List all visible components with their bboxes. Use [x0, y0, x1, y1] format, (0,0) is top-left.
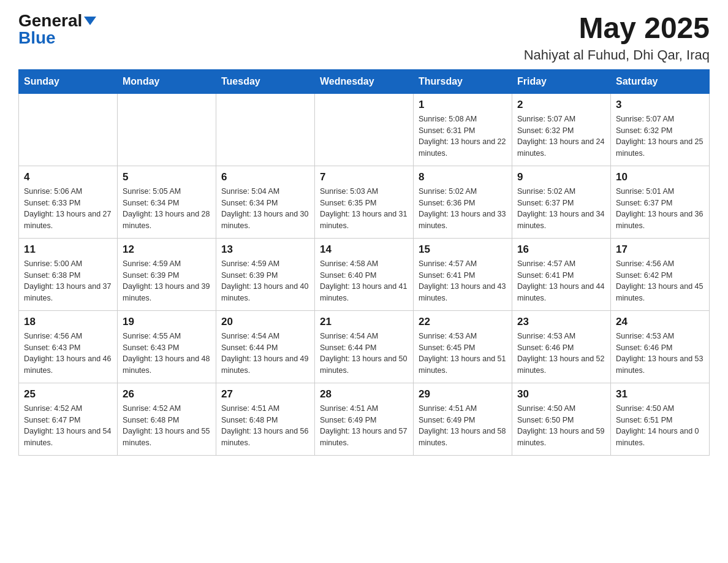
calendar-cell: 1Sunrise: 5:08 AMSunset: 6:31 PMDaylight…: [414, 93, 512, 166]
day-number: 12: [123, 243, 211, 256]
page-header: General Blue May 2025 Nahiyat al Fuhud, …: [18, 12, 710, 63]
calendar-cell: 13Sunrise: 4:59 AMSunset: 6:39 PMDayligh…: [216, 238, 315, 310]
day-info: Sunrise: 5:08 AMSunset: 6:31 PMDaylight:…: [419, 113, 507, 159]
day-info: Sunrise: 4:53 AMSunset: 6:45 PMDaylight:…: [419, 331, 507, 377]
location-title: Nahiyat al Fuhud, Dhi Qar, Iraq: [524, 47, 710, 63]
calendar-cell: 22Sunrise: 4:53 AMSunset: 6:45 PMDayligh…: [414, 310, 512, 383]
day-info: Sunrise: 4:54 AMSunset: 6:44 PMDaylight:…: [221, 331, 309, 377]
weekday-header-monday: Monday: [118, 69, 216, 93]
day-info: Sunrise: 5:01 AMSunset: 6:37 PMDaylight:…: [616, 186, 704, 232]
day-info: Sunrise: 5:02 AMSunset: 6:36 PMDaylight:…: [419, 186, 507, 232]
day-number: 14: [320, 243, 408, 256]
calendar-cell: 6Sunrise: 5:04 AMSunset: 6:34 PMDaylight…: [216, 166, 315, 238]
day-number: 10: [616, 171, 704, 183]
calendar-cell: 16Sunrise: 4:57 AMSunset: 6:41 PMDayligh…: [512, 238, 611, 310]
day-number: 1: [419, 99, 507, 111]
calendar-cell: 31Sunrise: 4:50 AMSunset: 6:51 PMDayligh…: [611, 383, 710, 455]
weekday-header-sunday: Sunday: [19, 69, 118, 93]
day-number: 20: [221, 316, 309, 328]
calendar-week-4: 18Sunrise: 4:56 AMSunset: 6:43 PMDayligh…: [19, 310, 710, 383]
calendar-cell: 3Sunrise: 5:07 AMSunset: 6:32 PMDaylight…: [611, 93, 710, 166]
day-info: Sunrise: 5:07 AMSunset: 6:32 PMDaylight:…: [616, 113, 704, 159]
logo-general-text: General: [18, 12, 82, 29]
calendar-cell: 26Sunrise: 4:52 AMSunset: 6:48 PMDayligh…: [118, 383, 216, 455]
day-info: Sunrise: 4:50 AMSunset: 6:50 PMDaylight:…: [517, 403, 605, 449]
calendar-header: SundayMondayTuesdayWednesdayThursdayFrid…: [19, 69, 710, 93]
logo: General Blue: [18, 12, 96, 47]
day-info: Sunrise: 4:55 AMSunset: 6:43 PMDaylight:…: [123, 331, 211, 377]
day-info: Sunrise: 5:06 AMSunset: 6:33 PMDaylight:…: [24, 186, 112, 232]
calendar-cell: 4Sunrise: 5:06 AMSunset: 6:33 PMDaylight…: [19, 166, 118, 238]
day-info: Sunrise: 4:57 AMSunset: 6:41 PMDaylight:…: [419, 258, 507, 304]
calendar-cell: 27Sunrise: 4:51 AMSunset: 6:48 PMDayligh…: [216, 383, 315, 455]
calendar-week-2: 4Sunrise: 5:06 AMSunset: 6:33 PMDaylight…: [19, 166, 710, 238]
title-section: May 2025 Nahiyat al Fuhud, Dhi Qar, Iraq: [524, 12, 710, 63]
calendar-cell: 23Sunrise: 4:53 AMSunset: 6:46 PMDayligh…: [512, 310, 611, 383]
day-info: Sunrise: 4:53 AMSunset: 6:46 PMDaylight:…: [517, 331, 605, 377]
calendar-cell: 30Sunrise: 4:50 AMSunset: 6:50 PMDayligh…: [512, 383, 611, 455]
weekday-header-saturday: Saturday: [611, 69, 710, 93]
calendar-cell: [315, 93, 414, 166]
day-info: Sunrise: 4:56 AMSunset: 6:42 PMDaylight:…: [616, 258, 704, 304]
calendar-cell: 8Sunrise: 5:02 AMSunset: 6:36 PMDaylight…: [414, 166, 512, 238]
weekday-header-wednesday: Wednesday: [315, 69, 414, 93]
logo-triangle-icon: [84, 17, 96, 25]
day-info: Sunrise: 5:00 AMSunset: 6:38 PMDaylight:…: [24, 258, 112, 304]
day-number: 31: [616, 388, 704, 400]
calendar-cell: [216, 93, 315, 166]
calendar-week-5: 25Sunrise: 4:52 AMSunset: 6:47 PMDayligh…: [19, 383, 710, 455]
day-number: 23: [517, 316, 605, 328]
calendar-cell: 21Sunrise: 4:54 AMSunset: 6:44 PMDayligh…: [315, 310, 414, 383]
day-number: 25: [24, 388, 112, 400]
day-info: Sunrise: 4:57 AMSunset: 6:41 PMDaylight:…: [517, 258, 605, 304]
calendar-cell: 5Sunrise: 5:05 AMSunset: 6:34 PMDaylight…: [118, 166, 216, 238]
day-info: Sunrise: 4:53 AMSunset: 6:46 PMDaylight:…: [616, 331, 704, 377]
day-info: Sunrise: 4:54 AMSunset: 6:44 PMDaylight:…: [320, 331, 408, 377]
day-info: Sunrise: 5:04 AMSunset: 6:34 PMDaylight:…: [221, 186, 309, 232]
calendar-week-3: 11Sunrise: 5:00 AMSunset: 6:38 PMDayligh…: [19, 238, 710, 310]
month-title: May 2025: [524, 12, 710, 45]
day-info: Sunrise: 5:02 AMSunset: 6:37 PMDaylight:…: [517, 186, 605, 232]
day-info: Sunrise: 5:03 AMSunset: 6:35 PMDaylight:…: [320, 186, 408, 232]
weekday-header-friday: Friday: [512, 69, 611, 93]
day-number: 9: [517, 171, 605, 183]
day-number: 6: [221, 171, 309, 183]
day-number: 19: [123, 316, 211, 328]
weekday-header-thursday: Thursday: [414, 69, 512, 93]
day-info: Sunrise: 5:05 AMSunset: 6:34 PMDaylight:…: [123, 186, 211, 232]
calendar-cell: 2Sunrise: 5:07 AMSunset: 6:32 PMDaylight…: [512, 93, 611, 166]
calendar-cell: [118, 93, 216, 166]
weekday-header-tuesday: Tuesday: [216, 69, 315, 93]
calendar-cell: 11Sunrise: 5:00 AMSunset: 6:38 PMDayligh…: [19, 238, 118, 310]
calendar-table: SundayMondayTuesdayWednesdayThursdayFrid…: [18, 69, 710, 456]
day-info: Sunrise: 4:59 AMSunset: 6:39 PMDaylight:…: [123, 258, 211, 304]
calendar-cell: 29Sunrise: 4:51 AMSunset: 6:49 PMDayligh…: [414, 383, 512, 455]
day-number: 26: [123, 388, 211, 400]
day-number: 22: [419, 316, 507, 328]
calendar-cell: 7Sunrise: 5:03 AMSunset: 6:35 PMDaylight…: [315, 166, 414, 238]
day-info: Sunrise: 4:52 AMSunset: 6:48 PMDaylight:…: [123, 403, 211, 449]
calendar-week-1: 1Sunrise: 5:08 AMSunset: 6:31 PMDaylight…: [19, 93, 710, 166]
calendar-cell: 12Sunrise: 4:59 AMSunset: 6:39 PMDayligh…: [118, 238, 216, 310]
day-number: 3: [616, 99, 704, 111]
day-number: 27: [221, 388, 309, 400]
day-number: 29: [419, 388, 507, 400]
calendar-cell: 24Sunrise: 4:53 AMSunset: 6:46 PMDayligh…: [611, 310, 710, 383]
day-info: Sunrise: 4:51 AMSunset: 6:49 PMDaylight:…: [419, 403, 507, 449]
day-number: 11: [24, 243, 112, 256]
day-number: 17: [616, 243, 704, 256]
calendar-cell: 10Sunrise: 5:01 AMSunset: 6:37 PMDayligh…: [611, 166, 710, 238]
calendar-cell: 18Sunrise: 4:56 AMSunset: 6:43 PMDayligh…: [19, 310, 118, 383]
logo-blue-text: Blue: [18, 29, 56, 47]
day-info: Sunrise: 4:56 AMSunset: 6:43 PMDaylight:…: [24, 331, 112, 377]
day-number: 4: [24, 171, 112, 183]
day-number: 28: [320, 388, 408, 400]
day-info: Sunrise: 4:52 AMSunset: 6:47 PMDaylight:…: [24, 403, 112, 449]
day-info: Sunrise: 4:51 AMSunset: 6:48 PMDaylight:…: [221, 403, 309, 449]
calendar-cell: 28Sunrise: 4:51 AMSunset: 6:49 PMDayligh…: [315, 383, 414, 455]
calendar-cell: 20Sunrise: 4:54 AMSunset: 6:44 PMDayligh…: [216, 310, 315, 383]
day-number: 7: [320, 171, 408, 183]
day-number: 21: [320, 316, 408, 328]
calendar-cell: [19, 93, 118, 166]
day-number: 15: [419, 243, 507, 256]
